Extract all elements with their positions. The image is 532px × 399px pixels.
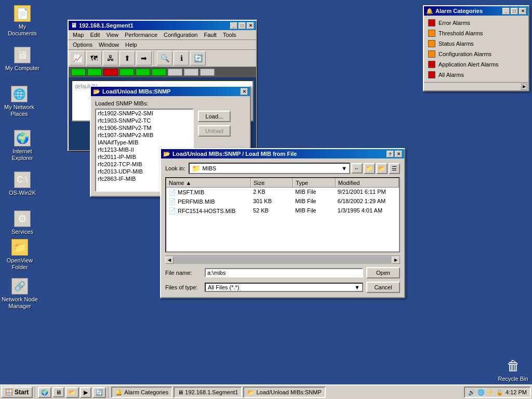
quick-launch-show-desktop[interactable]: 🖥 [52,387,64,397]
scroll-right-btn[interactable]: ▶ [392,257,400,264]
taskbar-segment-icon: 🖥 [178,389,183,395]
main-minimize-btn[interactable]: _ [230,22,237,29]
menu-tools[interactable]: Tools [220,31,240,39]
menu-view[interactable]: View [103,31,122,39]
start-button[interactable]: 🪟 Start [1,387,33,398]
filename-input[interactable] [205,268,363,277]
menu-options[interactable]: Options [70,41,96,49]
alarm-close-btn[interactable]: ✕ [519,8,526,15]
mib-dialog-titlebar[interactable]: 📂 Load/Unload MIBs:SNMP ✕ [91,87,250,96]
scroll-left-btn[interactable]: ◀ [165,257,174,264]
look-in-select[interactable]: 📁 MIBS ▼ [189,163,350,174]
file-close-btn[interactable]: ✕ [395,151,402,157]
mib-close-btn[interactable]: ✕ [241,88,248,95]
tray-time: 4:12 PM [506,389,527,395]
configuration-alarm-label: Configuration Alarms [438,51,491,57]
file-dialog-titlebar[interactable]: 📂 Load/Unload MIBs:SNMP / Load MIB from … [161,149,404,158]
menu-map[interactable]: Map [70,31,87,39]
toolbar-up-btn[interactable]: ⬆ [119,51,135,65]
mib-item-2[interactable]: rfc1906-SNMPv2-TM [96,124,193,131]
toolbar-refresh-btn[interactable]: 🔄 [190,51,206,65]
alarm-categories-titlebar[interactable]: 🔔 Alarm Categories _ □ ✕ [424,6,528,16]
scroll-track-h[interactable] [174,257,392,264]
taskbar-alarm-label: Alarm Categories [124,389,168,395]
col-name[interactable]: Name ▲ [166,178,251,187]
tray-icon-1[interactable]: 🔊 [468,389,475,396]
menu-edit[interactable]: Edit [87,31,103,39]
nav-view-btn[interactable]: ☰ [389,163,400,174]
icon-services[interactable]: ⚙ Services [4,210,41,235]
toolbar-devices-btn[interactable]: 🖧 [103,51,118,65]
indicator-bar [69,67,256,77]
taskbar-mib-snmp[interactable]: 📂 Load/Unload MIBs:SNMP [243,387,325,398]
menu-window[interactable]: Window [96,41,122,49]
mib-dialog-icon: 📂 [93,88,100,95]
status-alarm-label: Status Alarms [438,41,474,47]
indicator-3 [103,69,118,76]
main-window-titlebar[interactable]: 🖥 192.168.1.Segment1 _ □ ✕ [69,21,256,30]
tray-icon-3[interactable]: ⚡ [487,389,494,396]
icon-os-win2k[interactable]: C:\ OS-Win2K [4,171,41,196]
file-row-2[interactable]: 📄 RFC1514-HOSTS.MIB 52 KB MIB File 1/3/1… [166,206,399,216]
mib-item-4[interactable]: IANAifType-MIB [96,139,193,146]
col-modified[interactable]: Modified [336,178,399,187]
taskbar-alarm-categories[interactable]: 🔔 Alarm Categories [111,387,172,398]
alarm-maximize-btn[interactable]: □ [511,8,518,15]
file-row-1[interactable]: 📄 PERFMIB.MIB 301 KB MIB File 6/18/2002 … [166,197,399,206]
menu-performance[interactable]: Performance [122,31,161,39]
alarm-item-threshold[interactable]: Threshold Alarms [424,28,528,38]
toolbar-graph-btn[interactable]: 📈 [70,51,85,65]
icon-recycle-bin[interactable]: 🗑 Recycle Bin [496,357,530,382]
alarm-item-app-alert[interactable]: Application Alert Alarms [424,59,528,70]
file-help-btn[interactable]: ? [387,151,394,157]
main-restore-btn[interactable]: □ [238,22,246,29]
main-close-btn[interactable]: ✕ [247,22,254,29]
tray-icon-2[interactable]: 🌐 [477,389,485,396]
alarm-item-error[interactable]: Error Alarms [424,18,528,28]
main-menu-bar: Map Edit View Performance Configuration … [69,30,256,40]
alarm-scroll-btn[interactable]: ▶ [521,84,527,90]
icon-my-documents[interactable]: 📄 My Documents [4,5,41,37]
nav-up-btn[interactable]: 📁 [364,163,375,174]
col-type[interactable]: Type [293,178,335,187]
nav-new-folder-btn[interactable]: 📂 [376,163,388,174]
quick-launch-3[interactable]: 📂 [65,387,79,398]
alarm-item-status[interactable]: Status Alarms [424,38,528,49]
quick-launch-5[interactable]: 🔄 [92,387,106,398]
taskbar-segment1[interactable]: 🖥 192.168.1.Segment1 [174,387,242,398]
col-size[interactable]: Size [251,178,293,187]
mib-unload-btn[interactable]: Unload [198,125,231,137]
open-btn[interactable]: Open [366,267,400,278]
icon-network-node-mgr[interactable]: 🔗 Network Node Manager [2,278,38,310]
file-scrollbar-h[interactable]: ◀ ▶ [165,256,400,264]
main-menu-bar2: Options Window Help [69,40,256,50]
toolbar-fwd-btn[interactable]: ➡ [136,51,152,65]
quick-launch-4[interactable]: ▶ [80,387,91,398]
filetype-select[interactable]: All Files (*.*) ▼ [205,283,363,292]
alarm-item-configuration[interactable]: Configuration Alarms [424,49,528,59]
icon-my-computer[interactable]: 🖥 My Computer [4,47,41,72]
menu-fault[interactable]: Fault [201,31,219,39]
toolbar-map-btn[interactable]: 🗺 [86,51,102,65]
icon-internet-explorer[interactable]: 🌍 Internet Explorer [4,130,41,162]
alarm-item-all[interactable]: All Alarms [424,70,528,80]
menu-configuration[interactable]: Configuration [161,31,201,39]
menu-help[interactable]: Help [122,41,140,49]
quick-launch-ie[interactable]: 🌍 [38,387,51,398]
mib-load-btn[interactable]: Load... [198,111,231,122]
mib-item-3[interactable]: rfc1907-SNMPv2-MIB [96,131,193,139]
tray-icon-4[interactable]: 🔒 [496,389,503,396]
icon-openview-folder[interactable]: 📁 OpenView Folder [2,239,38,271]
mib-item-0[interactable]: rfc1902-SNMPv2-SMI [96,110,193,117]
cancel-btn[interactable]: Cancel [366,282,400,293]
toolbar-find-btn[interactable]: 🔍 [157,51,172,65]
taskbar-mib-icon: 📂 [247,389,255,396]
alarm-minimize-btn[interactable]: _ [502,8,510,15]
file-row-0[interactable]: 📄 MSFT.MIB 2 KB MIB File 9/21/2001 6:11 … [166,188,399,197]
icon-network-places[interactable]: 🌐 My Network Places [1,86,37,117]
nav-back-btn[interactable]: ← [351,163,363,174]
mib-item-1[interactable]: rfc1903-SNMPv2-TC [96,117,193,124]
threshold-alarm-dot [428,30,435,37]
toolbar-info-btn[interactable]: ℹ [174,51,189,65]
file-list-header: Name ▲ Size Type Modified [166,178,399,188]
